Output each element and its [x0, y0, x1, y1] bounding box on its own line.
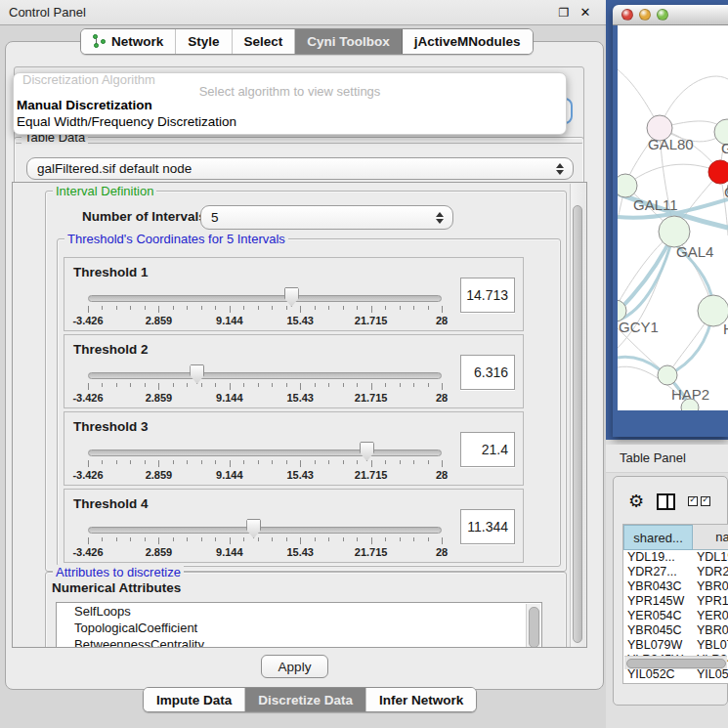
table-row[interactable]: YIL052CYIL052C [623, 667, 728, 682]
slider-handle[interactable] [360, 442, 374, 461]
tab-jactivemnodules[interactable]: jActiveMNodules [403, 29, 533, 54]
menu-item-equal-width-frequency[interactable]: Equal Width/Frequency Discretization [17, 114, 236, 129]
node-label: GA [721, 140, 728, 156]
tick-label: 15.43 [286, 315, 314, 326]
table-cell[interactable]: YIL052C [693, 667, 728, 682]
network-canvas[interactable]: GAL80GACGAL11GAL4GCY1HHAP2 [618, 25, 728, 410]
tick-label: 2.859 [146, 546, 173, 558]
numerical-attributes-list[interactable]: SelfLoopsTopologicalCoefficientBetweenne… [56, 602, 542, 648]
attribute-list-item[interactable]: BetweennessCentrality [57, 636, 541, 648]
threshold-slider[interactable]: -3.4262.8599.14415.4321.71528 [88, 412, 442, 487]
table-cell[interactable]: YDL19... [623, 550, 693, 565]
number-of-intervals-combo[interactable]: 5 [200, 205, 453, 230]
checkbox-icon[interactable] [701, 496, 710, 506]
table-row[interactable]: YPR145WYPR145W [623, 594, 728, 609]
menu-item-manual-discretization[interactable]: Manual Discretization [17, 98, 152, 112]
tab-style[interactable]: Style [176, 29, 232, 54]
table-cell[interactable]: YER054C [693, 609, 728, 623]
table-data-group: Table Data galFiltered.sif default node [14, 137, 584, 186]
attributes-list-scrollbar[interactable] [526, 604, 540, 648]
tick-label: 9.144 [216, 392, 243, 404]
tab-network[interactable]: Network [81, 29, 176, 54]
node-table[interactable]: shared...name YDL19...YDL19...YDR27...YD… [622, 524, 728, 684]
minimize-traffic-light[interactable] [639, 9, 651, 21]
tick-label: 2.859 [146, 469, 173, 481]
tab-label: Style [188, 34, 219, 49]
desktop-background: GAL80GACGAL11GAL4GCY1HHAP2 [606, 0, 728, 440]
network-window-titlebar[interactable] [613, 5, 728, 25]
tick-label: -3.426 [72, 546, 103, 558]
tab-infer-network[interactable]: Infer Network [366, 688, 476, 711]
gear-icon[interactable]: ⚙ [628, 492, 644, 510]
table-cell[interactable]: YIL052C [623, 667, 693, 682]
tick-label: 2.859 [146, 392, 173, 404]
scrollbar-thumb[interactable] [626, 659, 726, 668]
threshold-slider[interactable]: -3.4262.8599.14415.4321.71528 [88, 258, 442, 332]
table-cell[interactable]: YBR045C [623, 623, 693, 638]
attributes-group: Attributes to discretize Numerical Attri… [45, 572, 567, 648]
table-data-combo[interactable]: galFiltered.sif default node [26, 157, 574, 180]
table-row[interactable]: YBL079WYBL079W [623, 638, 728, 653]
table-row[interactable]: YER054CYER054C [623, 609, 728, 623]
close-panel-icon[interactable]: ✕ [578, 6, 592, 20]
tab-discretize-data[interactable]: Discretize Data [245, 688, 366, 711]
table-row[interactable]: YDR27...YDR27... [623, 565, 728, 579]
slider-handle[interactable] [190, 364, 204, 384]
network-node-hap2[interactable] [658, 365, 677, 385]
table-cell[interactable]: YBL079W [623, 638, 693, 653]
settings-vertical-scrollbar[interactable] [570, 184, 585, 648]
table-cell[interactable]: YDR27... [693, 565, 728, 579]
table-cell[interactable]: YPR145W [693, 594, 728, 609]
node-label: GAL4 [676, 243, 713, 260]
table-cell[interactable]: YDL19... [693, 550, 728, 565]
table-row[interactable]: YBR045CYBR045C [623, 623, 728, 638]
table-horizontal-scrollbar[interactable] [624, 656, 727, 669]
number-of-intervals-value: 5 [211, 210, 219, 225]
table-cell[interactable]: YER054C [623, 609, 693, 623]
node-label: GAL80 [648, 136, 694, 152]
apply-button[interactable]: Apply [261, 655, 328, 678]
table-cell[interactable]: YBR043C [623, 579, 693, 594]
network-node-gal11[interactable] [618, 174, 637, 197]
slider-track[interactable] [88, 527, 442, 534]
tab-impute-data[interactable]: Impute Data [144, 688, 245, 711]
network-view-window: GAL80GACGAL11GAL4GCY1HHAP2 [613, 5, 728, 437]
table-cell[interactable]: YBR045C [693, 623, 728, 638]
threshold-slider[interactable]: -3.4262.8599.14415.4321.71528 [88, 335, 442, 409]
threshold-value-field[interactable]: 11.344 [460, 509, 515, 544]
slider-track[interactable] [88, 372, 442, 379]
table-cell[interactable]: YDR27... [623, 565, 693, 579]
numerical-attributes-label: Numerical Attributes [52, 580, 181, 595]
scrollbar-thumb[interactable] [573, 205, 582, 643]
zoom-traffic-light[interactable] [657, 9, 668, 21]
network-node[interactable] [708, 160, 728, 184]
column-header-2[interactable]: name [693, 525, 728, 550]
threshold-value-field[interactable]: 21.4 [460, 432, 515, 467]
float-window-icon[interactable]: ❐ [557, 6, 571, 20]
tab-cyni-toolbox[interactable]: Cyni Toolbox [295, 29, 403, 54]
table-row[interactable]: YDL19...YDL19... [623, 550, 728, 565]
attribute-list-item[interactable]: TopologicalCoefficient [57, 620, 541, 636]
table-row[interactable]: YBR043CYBR043C [623, 579, 728, 594]
threshold-value-field[interactable]: 14.713 [460, 278, 515, 313]
attribute-list-item[interactable]: SelfLoops [57, 603, 541, 620]
slider-handle[interactable] [246, 519, 261, 538]
tick-label: 9.144 [216, 546, 243, 558]
split-columns-icon[interactable] [657, 493, 675, 510]
slider-track[interactable] [88, 295, 442, 302]
checkbox-icon[interactable] [688, 496, 698, 506]
tick-label: -3.426 [72, 315, 103, 326]
column-header-1[interactable]: shared... [623, 525, 693, 550]
slider-ticks [88, 306, 442, 315]
tab-select[interactable]: Select [233, 29, 296, 54]
table-cell[interactable]: YBR043C [693, 579, 728, 594]
table-cell[interactable]: YBL079W [693, 638, 728, 653]
threshold-value-field[interactable]: 6.316 [460, 355, 515, 390]
threshold-slider[interactable]: -3.4262.8599.14415.4321.71528 [88, 490, 442, 564]
table-cell[interactable]: YPR145W [623, 594, 693, 609]
slider-ticks [88, 537, 442, 546]
close-traffic-light[interactable] [621, 9, 633, 21]
slider-handle[interactable] [284, 287, 299, 307]
settings-scrollpane: Interval Definition Number of Intervals … [12, 182, 587, 648]
slider-track[interactable] [88, 450, 442, 456]
